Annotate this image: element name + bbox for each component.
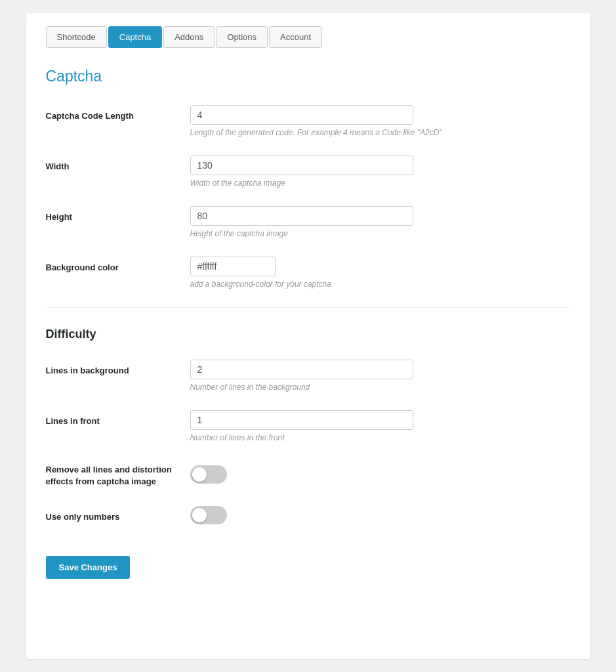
captcha-code-length-field: Length of the generated code. For exampl…: [190, 105, 571, 137]
background-color-row: Background color add a background-color …: [46, 257, 571, 289]
background-color-label: Background color: [46, 257, 190, 274]
lines-in-background-label: Lines in background: [46, 360, 190, 377]
captcha-code-length-hint: Length of the generated code. For exampl…: [190, 128, 571, 137]
lines-in-front-field: Number of lines in the front: [190, 410, 571, 442]
use-only-numbers-field: [190, 506, 571, 524]
use-only-numbers-label: Use only numbers: [46, 508, 190, 523]
remove-lines-thumb: [192, 467, 207, 482]
captcha-code-length-label: Captcha Code Length: [46, 105, 190, 122]
tab-shortcode[interactable]: Shortcode: [46, 26, 107, 48]
tab-options[interactable]: Options: [216, 26, 268, 48]
remove-lines-row: Remove all lines and distortion effects …: [46, 461, 571, 488]
save-changes-button[interactable]: Save Changes: [46, 556, 131, 579]
use-only-numbers-toggle[interactable]: [190, 506, 227, 524]
difficulty-heading: Difficulty: [46, 327, 571, 341]
height-field: Height of the captcha image: [190, 206, 571, 238]
page-title: Captcha: [46, 68, 571, 85]
lines-in-front-row: Lines in front Number of lines in the fr…: [46, 410, 571, 442]
remove-lines-label: Remove all lines and distortion effects …: [46, 461, 190, 488]
height-hint: Height of the captcha image: [190, 229, 571, 238]
use-only-numbers-thumb: [192, 508, 207, 522]
captcha-code-length-input[interactable]: [190, 105, 413, 125]
tab-captcha[interactable]: Captcha: [108, 26, 162, 48]
width-hint: Width of the captcha image: [190, 178, 571, 188]
background-color-input[interactable]: [190, 257, 276, 276]
height-input[interactable]: [190, 206, 413, 226]
width-input[interactable]: [190, 156, 413, 175]
tab-navigation: Shortcode Captcha Addons Options Account: [46, 26, 571, 48]
lines-in-front-input[interactable]: [190, 410, 413, 430]
lines-in-background-hint: Number of lines in the background: [190, 383, 571, 392]
height-row: Height Height of the captcha image: [46, 206, 571, 238]
width-field: Width of the captcha image: [190, 156, 571, 188]
section-divider: [46, 307, 571, 308]
background-color-hint: add a background-color for your captcha: [190, 280, 571, 289]
color-input-wrapper: [190, 257, 571, 276]
height-label: Height: [46, 206, 190, 223]
background-color-field: add a background-color for your captcha: [190, 257, 571, 289]
lines-in-front-label: Lines in front: [46, 410, 190, 427]
lines-in-background-field: Number of lines in the background: [190, 360, 571, 392]
width-label: Width: [46, 156, 190, 173]
main-container: Shortcode Captcha Addons Options Account…: [26, 13, 590, 659]
captcha-code-length-row: Captcha Code Length Length of the genera…: [46, 105, 571, 137]
remove-lines-field: [190, 465, 571, 484]
use-only-numbers-row: Use only numbers: [46, 506, 571, 524]
tab-account[interactable]: Account: [269, 26, 322, 48]
lines-in-front-hint: Number of lines in the front: [190, 433, 571, 442]
lines-in-background-input[interactable]: [190, 360, 413, 379]
tab-addons[interactable]: Addons: [163, 26, 215, 48]
width-row: Width Width of the captcha image: [46, 156, 571, 188]
lines-in-background-row: Lines in background Number of lines in t…: [46, 360, 571, 392]
remove-lines-toggle[interactable]: [190, 465, 227, 484]
